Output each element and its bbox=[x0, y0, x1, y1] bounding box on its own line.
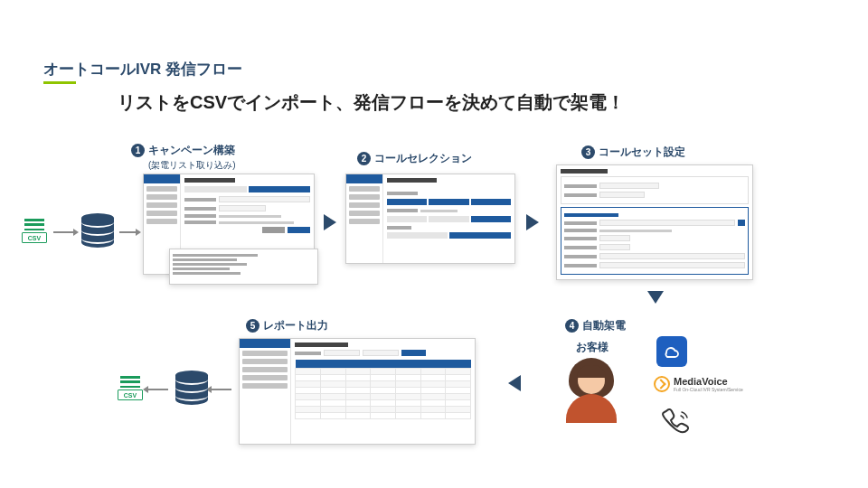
database-icon-2 bbox=[175, 371, 208, 407]
headline: リストをCSVでインポート、発信フローを決めて自動で架電！ bbox=[118, 90, 625, 115]
phone-icon bbox=[658, 405, 694, 441]
step5-title: レポート出力 bbox=[263, 318, 328, 333]
screenshot-callset bbox=[556, 164, 753, 280]
customer-label: お客様 bbox=[576, 340, 609, 355]
customer-avatar-icon bbox=[565, 358, 618, 421]
step3-label: 3 コールセット設定 bbox=[581, 145, 685, 160]
step1-subtitle: (架電リスト取り込み) bbox=[148, 160, 236, 170]
screenshot-campaign bbox=[143, 174, 315, 275]
arrow-csv-to-db bbox=[53, 231, 73, 233]
mediavoice-name: MediaVoice bbox=[674, 376, 743, 387]
step-number-1: 1 bbox=[131, 144, 145, 157]
screenshot-call-selection bbox=[345, 174, 515, 264]
arrow-2-to-3 bbox=[526, 214, 539, 230]
csv-file-icon: CSV bbox=[22, 219, 47, 243]
step-number-3: 3 bbox=[581, 145, 595, 159]
screenshot-report bbox=[239, 338, 476, 445]
arrow-1-to-2 bbox=[324, 214, 336, 230]
csv-tag: CSV bbox=[22, 232, 47, 243]
mediavoice-tagline: Full On-Cloud IVR System/Service bbox=[674, 387, 743, 392]
csv-file-icon-2: CSV bbox=[118, 376, 143, 400]
database-icon-1 bbox=[81, 213, 114, 249]
step5-label: 5 レポート出力 bbox=[246, 318, 328, 333]
step1-label: 1 キャンペーン構築 (架電リスト取り込み) bbox=[131, 143, 236, 172]
step4-title: 自動架電 bbox=[582, 318, 626, 333]
step3-title: コールセット設定 bbox=[599, 145, 685, 160]
step-number-5: 5 bbox=[246, 319, 259, 333]
title-underline bbox=[43, 81, 76, 84]
step-number-2: 2 bbox=[357, 152, 371, 165]
step1-title: キャンペーン構築 bbox=[148, 144, 235, 156]
step-number-4: 4 bbox=[565, 319, 579, 333]
step2-title: コールセレクション bbox=[374, 151, 472, 166]
arrow-db-to-csv2 bbox=[148, 389, 168, 390]
arrow-3-to-4 bbox=[647, 291, 664, 304]
csv-tag-2: CSV bbox=[118, 389, 143, 400]
step4-label: 4 自動架電 bbox=[565, 318, 626, 333]
arrow-ss5-to-db bbox=[212, 389, 231, 390]
mediavoice-logo-icon bbox=[654, 376, 670, 392]
step2-label: 2 コールセレクション bbox=[357, 151, 472, 166]
arrow-4-to-5 bbox=[508, 375, 521, 391]
arrow-db-to-ss1 bbox=[119, 231, 136, 233]
cloud-service-icon bbox=[656, 336, 687, 367]
page-title: オートコールIVR 発信フロー bbox=[43, 59, 242, 80]
mediavoice-logo: MediaVoice Full On-Cloud IVR System/Serv… bbox=[654, 376, 743, 392]
